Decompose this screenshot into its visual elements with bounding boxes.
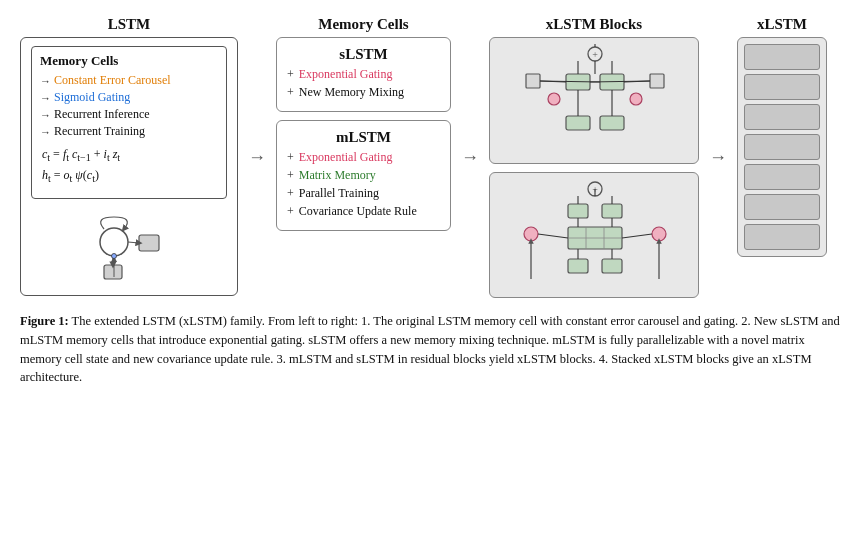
slstm-item-text-1: Exponential Gating	[299, 67, 393, 81]
svg-line-42	[538, 234, 568, 238]
plus-icon-1: +	[287, 67, 294, 81]
mlstm-block-svg: +	[496, 179, 694, 294]
svg-point-6	[112, 253, 117, 258]
slstm-block-diagram: +	[489, 37, 699, 164]
svg-rect-3	[104, 265, 122, 279]
xlstm-block-6	[744, 194, 820, 220]
svg-line-43	[622, 234, 652, 238]
xlstm-block-4	[744, 134, 820, 160]
plus-icon-6: +	[287, 204, 294, 218]
plus-icon-5: +	[287, 186, 294, 200]
svg-rect-31	[568, 204, 588, 218]
arrow-xlstm-blocks-to-xlstm: →	[707, 147, 729, 168]
xlstm-block-1	[744, 44, 820, 70]
svg-rect-37	[568, 259, 588, 273]
arrow-icon-4: →	[40, 126, 51, 138]
arrow-lstm-to-mem: →	[246, 147, 268, 168]
svg-line-2	[128, 242, 139, 243]
mlstm-title: mLSTM	[287, 129, 440, 146]
lstm-bullet-text-2: Sigmoid Gating	[54, 90, 130, 105]
svg-rect-20	[600, 116, 624, 130]
lstm-bullet-text-4: Recurrent Training	[54, 124, 145, 139]
xlstm-title: xLSTM	[757, 16, 807, 33]
plus-icon-3: +	[287, 150, 294, 164]
mlstm-block-diagram: +	[489, 172, 699, 299]
mlstm-item-text-4: Covariance Update Rule	[299, 204, 417, 218]
lstm-inner-title: Memory Cells	[40, 53, 218, 69]
lstm-column: LSTM Memory Cells → Constant Error Carou…	[20, 16, 238, 298]
svg-point-30	[652, 227, 666, 241]
lstm-bullet-4: → Recurrent Training	[40, 124, 218, 139]
mlstm-box: mLSTM + Exponential Gating + Matrix Memo…	[276, 120, 451, 231]
lstm-panel: Memory Cells → Constant Error Carousel →…	[20, 37, 238, 296]
svg-point-29	[524, 227, 538, 241]
lstm-inner-box: Memory Cells → Constant Error Carousel →…	[31, 46, 227, 199]
lstm-svg	[84, 207, 174, 287]
xlstm-block-5	[744, 164, 820, 190]
figure-container: LSTM Memory Cells → Constant Error Carou…	[20, 16, 840, 387]
mlstm-item-text-1: Exponential Gating	[299, 150, 393, 164]
arrow-icon-1: →	[40, 75, 51, 87]
xlstm-block-3	[744, 104, 820, 130]
xlstm-stack-box	[737, 37, 827, 257]
mlstm-item-text-3: Parallel Training	[299, 186, 379, 200]
formula-line-1: ct = ft ct−1 + it zt	[42, 145, 218, 166]
figure-caption: Figure 1: The extended LSTM (xLSTM) fami…	[20, 312, 840, 387]
mlstm-item-2: + Matrix Memory	[287, 168, 440, 183]
diagram-row: LSTM Memory Cells → Constant Error Carou…	[20, 16, 840, 298]
svg-rect-9	[526, 74, 540, 88]
memory-cells-area: sLSTM + Exponential Gating + New Memory …	[276, 37, 451, 231]
svg-rect-38	[602, 259, 622, 273]
xlstm-blocks-column: xLSTM Blocks +	[489, 16, 699, 298]
mlstm-item-1: + Exponential Gating	[287, 150, 440, 165]
slstm-item-1: + Exponential Gating	[287, 67, 440, 82]
lstm-bullet-3: → Recurrent Inference	[40, 107, 218, 122]
caption-label: Figure 1:	[20, 314, 69, 328]
xlstm-block-7	[744, 224, 820, 250]
xlstm-block-2	[744, 74, 820, 100]
svg-rect-19	[566, 116, 590, 130]
svg-rect-32	[602, 204, 622, 218]
slstm-item-text-2: New Memory Mixing	[299, 85, 404, 99]
svg-text:+: +	[592, 49, 598, 60]
mlstm-item-3: + Parallel Training	[287, 186, 440, 201]
plus-icon-4: +	[287, 168, 294, 182]
lstm-title: LSTM	[108, 16, 151, 33]
memory-cells-column: Memory Cells sLSTM + Exponential Gating …	[276, 16, 451, 298]
svg-rect-1	[139, 235, 159, 251]
mlstm-item-text-2: Matrix Memory	[299, 168, 376, 182]
formula-line-2: ht = ot ψ(ct)	[42, 166, 218, 187]
svg-point-17	[548, 93, 560, 105]
caption-text: The extended LSTM (xLSTM) family. From l…	[20, 314, 840, 384]
svg-rect-10	[650, 74, 664, 88]
formula-block: ct = ft ct−1 + it zt ht = ot ψ(ct)	[42, 145, 218, 188]
xlstm-blocks-area: +	[489, 37, 699, 298]
lstm-bullet-text-3: Recurrent Inference	[54, 107, 150, 122]
svg-point-0	[100, 228, 128, 256]
arrow-icon-3: →	[40, 109, 51, 121]
slstm-box: sLSTM + Exponential Gating + New Memory …	[276, 37, 451, 112]
slstm-item-2: + New Memory Mixing	[287, 85, 440, 100]
svg-point-18	[630, 93, 642, 105]
lstm-diagram	[31, 207, 227, 287]
arrow-icon-2: →	[40, 92, 51, 104]
lstm-bullet-text-1: Constant Error Carousel	[54, 73, 171, 88]
memory-cells-title: Memory Cells	[318, 16, 408, 33]
arrow-mem-to-xlstm-blocks: →	[459, 147, 481, 168]
lstm-bullet-1: → Constant Error Carousel	[40, 73, 218, 88]
slstm-block-svg: +	[496, 44, 694, 154]
mlstm-item-4: + Covariance Update Rule	[287, 204, 440, 219]
xlstm-column: xLSTM	[737, 16, 827, 298]
plus-icon-2: +	[287, 85, 294, 99]
slstm-title: sLSTM	[287, 46, 440, 63]
xlstm-blocks-title: xLSTM Blocks	[546, 16, 642, 33]
lstm-bullet-2: → Sigmoid Gating	[40, 90, 218, 105]
